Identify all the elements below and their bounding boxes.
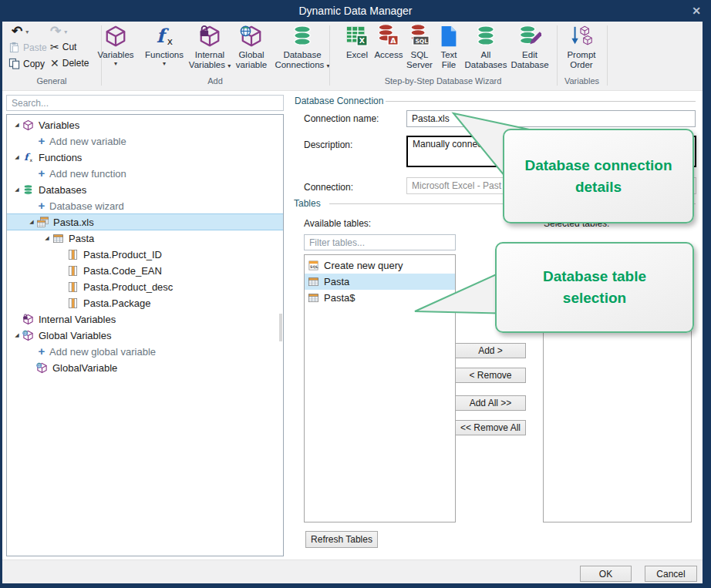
group-label-variables: Variables	[557, 76, 607, 86]
prompt-order-button[interactable]: Prompt Order	[560, 25, 603, 69]
database-stack-icon	[291, 25, 314, 48]
text-file-label-2: File	[442, 60, 457, 70]
global-variable-globe-cube-icon	[240, 25, 263, 48]
tree-item-variables[interactable]: ◢ Variables	[7, 117, 283, 133]
tree-item-label: Add new global variable	[49, 346, 156, 358]
tree-item-label: Pasta.Product_ID	[83, 249, 162, 260]
all-databases-label-2: Databases	[465, 60, 507, 70]
tree-item-database-wizard[interactable]: + Database wizard	[7, 198, 283, 213]
redo-icon: ↷	[50, 25, 61, 38]
edit-database-label-1: Edit	[522, 50, 537, 60]
refresh-tables-button[interactable]: Refresh Tables	[305, 531, 378, 548]
internal-variables-button[interactable]: Internal Variables ▾	[187, 25, 232, 69]
tree-item-label: GlobalVariable	[52, 362, 117, 374]
tree-item-label: Functions	[39, 152, 82, 163]
section-title-tables: Tables	[294, 198, 321, 209]
sql-server-icon	[408, 25, 431, 48]
close-icon[interactable]: ✕	[692, 5, 701, 17]
excel-label: Excel	[346, 50, 368, 60]
expander-icon[interactable]: ◢	[12, 186, 22, 193]
tree-item-label: Pasta.xls	[53, 217, 94, 228]
edit-database-icon	[518, 25, 541, 48]
tree-scrollbar-thumb[interactable]	[279, 314, 282, 341]
database-stack-icon	[22, 184, 34, 196]
copy-button[interactable]: Copy	[8, 58, 45, 69]
tree-item-field-package[interactable]: Pasta.Package	[7, 295, 283, 311]
section-rule	[386, 101, 696, 102]
text-file-wizard-button[interactable]: Text File	[434, 25, 463, 69]
tables-stack-icon	[37, 217, 49, 228]
tree-item-pasta-table[interactable]: ◢ Pasta	[7, 230, 283, 246]
sql-server-wizard-button[interactable]: SQL Server	[403, 25, 436, 69]
window-title: Dynamic Data Manager	[298, 5, 412, 17]
list-item-pasta[interactable]: Pasta	[305, 274, 455, 290]
redo-button[interactable]: ↷ ▾	[50, 25, 67, 38]
tree-item-label: Pasta.Package	[83, 297, 150, 309]
expander-icon[interactable]: ◢	[12, 154, 22, 160]
tree-item-functions[interactable]: ◢ Functions	[7, 150, 283, 165]
cut-button[interactable]: ✂ Cut	[50, 42, 76, 52]
tree-item-field-product-id[interactable]: Pasta.Product_ID	[7, 247, 283, 262]
tree-item-add-new-function[interactable]: + Add new function	[7, 166, 283, 181]
table-column-icon	[67, 249, 79, 260]
remove-table-button[interactable]: < Remove	[455, 368, 526, 383]
global-variable-label-1: Global	[238, 50, 264, 60]
tree-item-pasta-xls[interactable]: ◢ Pasta.xls	[7, 214, 283, 230]
list-item-create-new-query[interactable]: Create new query	[305, 257, 455, 274]
functions-button[interactable]: Functions ▾	[143, 25, 185, 67]
plus-icon: +	[36, 168, 47, 179]
global-variable-button[interactable]: Global variable	[231, 25, 272, 69]
chevron-down-icon: ▾	[163, 60, 166, 67]
edit-database-button[interactable]: Edit Database	[507, 25, 552, 69]
expander-icon[interactable]: ◢	[26, 219, 37, 225]
text-file-icon	[437, 25, 460, 48]
paste-icon	[8, 42, 20, 53]
tree-item-add-new-variable[interactable]: + Add new variable	[7, 133, 283, 149]
function-fx-icon	[22, 152, 34, 163]
all-databases-button[interactable]: All Databases	[463, 25, 509, 69]
tree-item-globalvariable[interactable]: GlobalVariable	[7, 360, 283, 375]
function-fx-icon	[153, 25, 176, 48]
variables-button[interactable]: Variables ▾	[96, 25, 136, 67]
expander-icon[interactable]: ◢	[12, 122, 22, 128]
ok-button[interactable]: OK	[580, 566, 632, 582]
add-all-tables-button[interactable]: Add All >>	[455, 395, 526, 411]
cancel-button[interactable]: Cancel	[645, 566, 697, 582]
tree-item-field-code-ean[interactable]: Pasta.Code_EAN	[7, 263, 283, 278]
expander-icon[interactable]: ◢	[12, 332, 22, 338]
plus-icon: +	[36, 136, 47, 146]
tree-item-internal-variables[interactable]: Internal Variables	[7, 311, 283, 327]
table-icon	[52, 233, 64, 244]
available-tables-list: Create new query Pasta Pasta$	[304, 254, 456, 522]
expander-icon[interactable]: ◢	[42, 235, 52, 241]
internal-variable-lock-cube-icon	[22, 314, 34, 325]
undo-button[interactable]: ↶ ▾	[12, 25, 29, 38]
tree-item-field-product-desc[interactable]: Pasta.Product_desc	[7, 279, 283, 294]
delete-button[interactable]: ✕ Delete	[50, 58, 89, 69]
tree-item-label: Add new function	[49, 168, 126, 180]
group-label-add: Add	[101, 76, 329, 86]
table-icon	[308, 276, 319, 287]
functions-label: Functions	[145, 50, 184, 60]
tree-item-label: Pasta	[69, 233, 94, 244]
plus-icon: +	[36, 200, 47, 211]
tree-item-label: Internal Variables	[39, 314, 116, 325]
list-item-pasta-dollar[interactable]: Pasta$	[305, 290, 455, 306]
filter-tables-input[interactable]	[304, 234, 456, 250]
tree-item-add-new-global-variable[interactable]: + Add new global variable	[7, 344, 283, 359]
text-file-label-1: Text	[440, 50, 457, 60]
delete-x-icon: ✕	[50, 58, 59, 69]
connection-name-input[interactable]	[406, 110, 696, 127]
tree-item-global-variables[interactable]: ◢ Global Variables	[7, 328, 283, 343]
tree-item-label: Add new variable	[49, 136, 126, 147]
add-table-button[interactable]: Add >	[455, 343, 526, 358]
paste-button[interactable]: Paste	[8, 42, 47, 53]
remove-all-tables-button[interactable]: << Remove All	[455, 420, 526, 435]
database-connections-button[interactable]: Database Connections ▾	[274, 25, 331, 69]
group-label-general: General	[2, 76, 101, 86]
access-wizard-button[interactable]: Access	[371, 25, 406, 60]
connection-label: Connection:	[304, 182, 353, 193]
search-input[interactable]	[6, 95, 284, 111]
tree-item-databases[interactable]: ◢ Databases	[7, 182, 283, 197]
excel-wizard-button[interactable]: Excel	[342, 25, 372, 60]
